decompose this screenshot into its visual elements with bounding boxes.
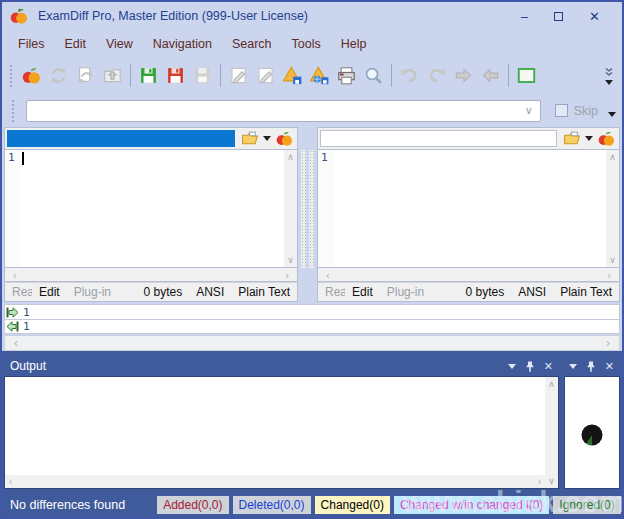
right-encoding-indicator: ANSI: [511, 285, 553, 299]
recompare-icon: [49, 66, 68, 85]
prev-diff-icon: [481, 66, 500, 85]
scroll-down-icon[interactable]: ∨: [287, 255, 294, 265]
status-badge: Deleted(0,0): [233, 496, 311, 514]
output-panel-body[interactable]: ∧∨ ‹›: [4, 376, 559, 489]
save-diff-button[interactable]: [279, 63, 306, 89]
merge-row-copy-left[interactable]: 1: [4, 319, 620, 334]
right-edit-indicator[interactable]: Edit: [345, 285, 380, 299]
scroll-right-icon[interactable]: ›: [538, 476, 541, 487]
save-first-button[interactable]: [135, 63, 162, 89]
left-plugin-indicator: Plug-in: [67, 285, 118, 299]
save-both-button[interactable]: [189, 63, 216, 89]
right-diff-map[interactable]: [309, 150, 314, 268]
save-diff-icon: [283, 66, 302, 85]
status-badge: Changed(0): [315, 496, 390, 514]
save-second-button[interactable]: [162, 63, 189, 89]
output-panel-title: Output: [4, 359, 46, 373]
copy-right-arrow-icon: [6, 307, 19, 318]
skip-checkbox[interactable]: [555, 104, 568, 117]
undo-button[interactable]: [396, 63, 423, 89]
scroll-up-icon[interactable]: ∧: [548, 379, 555, 389]
open-file-icon[interactable]: [563, 130, 580, 147]
scroll-right-icon[interactable]: ›: [606, 336, 610, 350]
close-icon[interactable]: ✕: [605, 361, 614, 372]
left-editor-vscrollbar[interactable]: ∧∨: [284, 150, 297, 267]
menu-view[interactable]: View: [96, 33, 143, 55]
statistics-panel: ✕: [564, 356, 620, 489]
compare-button[interactable]: [18, 63, 45, 89]
compare-combobox[interactable]: ∨: [26, 100, 541, 122]
scroll-up-icon[interactable]: ∧: [609, 152, 616, 162]
toolbar-overflow-button[interactable]: [604, 67, 618, 85]
edit-first-button[interactable]: [225, 63, 252, 89]
print-button[interactable]: [333, 63, 360, 89]
output-hscrollbar[interactable]: ‹›: [5, 475, 545, 488]
output-vscrollbar[interactable]: ∧∨: [545, 377, 558, 488]
open-file-dropdown-icon[interactable]: [585, 136, 593, 141]
scroll-up-icon[interactable]: ∧: [287, 152, 294, 162]
scroll-down-icon[interactable]: ∨: [609, 255, 616, 265]
recompare-button[interactable]: [45, 63, 72, 89]
minimize-button[interactable]: –: [521, 10, 528, 23]
edit-second-button[interactable]: [252, 63, 279, 89]
right-pane-statusbar: Read Edit Plug-in 0 bytes ANSI Plain Tex…: [317, 282, 620, 302]
merge-row-copy-right[interactable]: 1: [4, 304, 620, 319]
right-editor[interactable]: 1 ∧∨: [317, 149, 620, 268]
prev-diff-button[interactable]: [477, 63, 504, 89]
statistics-panel-body: [564, 376, 620, 489]
scroll-right-icon[interactable]: ›: [607, 269, 611, 281]
left-edit-indicator[interactable]: Edit: [32, 285, 67, 299]
compare-bar: ∨ Skip: [2, 94, 622, 127]
scroll-left-icon[interactable]: ‹: [13, 269, 17, 281]
search-button[interactable]: [360, 63, 387, 89]
menu-files[interactable]: Files: [8, 33, 54, 55]
compare-small-icon[interactable]: [276, 130, 293, 147]
open-file-dropdown-icon[interactable]: [263, 136, 271, 141]
merge-hscrollbar[interactable]: ‹ ›: [4, 335, 620, 351]
output-panel-header[interactable]: Output ✕: [4, 356, 559, 376]
save-first-icon: [139, 66, 158, 85]
pin-icon[interactable]: [586, 361, 596, 372]
toolbar-grip[interactable]: [8, 63, 14, 89]
menu-tools[interactable]: Tools: [282, 33, 331, 55]
chevron-down-icon[interactable]: ∨: [518, 104, 540, 117]
close-button[interactable]: ✕: [589, 10, 600, 23]
options-icon: [517, 66, 536, 85]
pin-icon[interactable]: [525, 361, 535, 372]
compare-small-icon[interactable]: [598, 130, 615, 147]
menu-edit[interactable]: Edit: [54, 33, 96, 55]
title-bar: ExamDiff Pro, Master Edition (999-User L…: [2, 2, 622, 30]
left-encoding-indicator: ANSI: [189, 285, 231, 299]
scroll-left-icon[interactable]: ‹: [9, 476, 12, 487]
right-path-bar[interactable]: [320, 130, 557, 147]
menu-search[interactable]: Search: [222, 33, 282, 55]
merge-line-number: 1: [23, 320, 30, 333]
left-diff-map[interactable]: [301, 150, 306, 268]
scroll-down-icon[interactable]: ∨: [548, 476, 555, 486]
open-session-button[interactable]: [99, 63, 126, 89]
panel-menu-icon[interactable]: [508, 364, 516, 369]
open-file-icon[interactable]: [241, 130, 258, 147]
right-editor-vscrollbar[interactable]: ∧∨: [606, 150, 619, 267]
menu-help[interactable]: Help: [331, 33, 377, 55]
left-editor[interactable]: 1 ∧∨: [4, 149, 298, 268]
statistics-panel-header[interactable]: ✕: [564, 356, 620, 376]
left-path-bar[interactable]: [7, 130, 235, 147]
next-diff-button[interactable]: [450, 63, 477, 89]
close-icon[interactable]: ✕: [544, 361, 553, 372]
menu-navigation[interactable]: Navigation: [143, 33, 222, 55]
panel-menu-icon[interactable]: [569, 364, 577, 369]
right-editor-hscrollbar[interactable]: ‹›: [317, 268, 620, 282]
scroll-left-icon[interactable]: ‹: [326, 269, 330, 281]
redo-button[interactable]: [423, 63, 450, 89]
left-pane-statusbar: Read Edit Plug-in 0 bytes ANSI Plain Tex…: [4, 282, 298, 302]
swap-reload-button[interactable]: [72, 63, 99, 89]
save-diff-web-button[interactable]: [306, 63, 333, 89]
options-button[interactable]: [513, 63, 540, 89]
compare-bar-dropdown-icon[interactable]: [608, 112, 616, 117]
left-editor-hscrollbar[interactable]: ‹›: [4, 268, 298, 282]
scroll-left-icon[interactable]: ‹: [14, 336, 18, 350]
maximize-button[interactable]: [554, 10, 563, 23]
compare-bar-grip[interactable]: [10, 98, 16, 124]
scroll-right-icon[interactable]: ›: [285, 269, 289, 281]
